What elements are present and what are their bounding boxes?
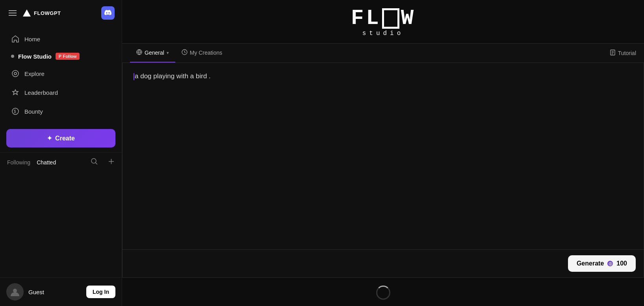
create-button-label: Create	[55, 135, 75, 142]
logo-area: FLOWGPT	[23, 9, 61, 17]
logo-text: FLOWGPT	[34, 10, 61, 16]
flow-studio-logo: FLW studio	[351, 8, 415, 37]
sidebar-item-leaderboard[interactable]: Leaderboard	[3, 83, 119, 101]
coin-icon: ⓪	[607, 260, 613, 267]
sidebar-item-explore-label: Explore	[24, 70, 45, 77]
discord-icon	[104, 9, 111, 17]
svg-point-0	[12, 70, 19, 77]
svg-line-5	[96, 163, 98, 165]
tabs-bar: General ▾ My Creations Tuto	[122, 43, 644, 63]
generate-button[interactable]: Generate ⓪ 100	[568, 255, 636, 272]
main-nav: Home Flow Studio P Follow Explore	[0, 26, 122, 124]
loading-spinner	[376, 286, 390, 300]
svg-text:$: $	[14, 109, 16, 114]
sidebar-item-bounty-label: Bounty	[24, 108, 43, 115]
main-content: FLW studio General ▾	[122, 0, 644, 306]
tab-general[interactable]: General ▾	[130, 44, 175, 63]
svg-point-8	[13, 289, 17, 293]
sidebar-top: FLOWGPT	[0, 0, 122, 26]
logo-flow-text: FLW	[351, 8, 415, 29]
sidebar-item-home-label: Home	[24, 36, 40, 42]
follow-badge-label: Follow	[63, 54, 77, 59]
sidebar-search-icon[interactable]	[91, 158, 98, 167]
tab-following[interactable]: Following	[7, 159, 30, 166]
logo-studio-text: studio	[351, 30, 415, 37]
prompt-area: a dog playing with a bird . Generate ⓪ 1…	[122, 63, 644, 278]
sidebar: FLOWGPT Home Flow Studio	[0, 0, 122, 306]
text-cursor	[134, 73, 134, 80]
avatar	[6, 283, 24, 300]
username-label: Guest	[28, 289, 44, 295]
sidebar-add-icon[interactable]	[108, 158, 115, 167]
tab-my-creations[interactable]: My Creations	[175, 44, 228, 63]
logo-triangle-icon	[23, 9, 31, 17]
svg-text:⓪: ⓪	[609, 262, 612, 266]
loading-area	[122, 278, 644, 306]
tab-my-creations-label: My Creations	[190, 50, 222, 56]
tutorial-button[interactable]: Tutorial	[610, 50, 636, 57]
svg-point-4	[91, 159, 96, 163]
sidebar-item-home[interactable]: Home	[3, 30, 119, 48]
follow-prefix-icon: P	[59, 54, 61, 59]
main-header: FLW studio	[122, 0, 644, 43]
sidebar-tabs: Following Chatted	[0, 152, 122, 171]
sidebar-item-explore[interactable]: Explore	[3, 65, 119, 83]
create-button[interactable]: ✦ Create	[6, 129, 115, 147]
bounty-icon: $	[11, 107, 20, 116]
discord-button[interactable]	[101, 6, 115, 20]
my-creations-tab-icon	[182, 49, 187, 56]
prompt-text: a dog playing with a bird .	[135, 72, 211, 80]
tab-chatted[interactable]: Chatted	[37, 159, 56, 166]
chevron-down-icon: ▾	[167, 50, 169, 55]
generate-label: Generate	[577, 260, 604, 267]
wand-icon: ✦	[47, 135, 52, 142]
prompt-input-area[interactable]: a dog playing with a bird .	[122, 63, 644, 249]
tab-general-label: General	[145, 50, 164, 56]
login-button[interactable]: Log In	[86, 286, 115, 298]
generate-cost: 100	[616, 260, 627, 267]
sidebar-item-flow-studio[interactable]: Flow Studio P Follow	[3, 49, 119, 64]
svg-point-1	[14, 72, 17, 75]
tutorial-book-icon	[610, 50, 616, 57]
hamburger-menu[interactable]	[7, 9, 18, 17]
tutorial-label: Tutorial	[618, 50, 636, 56]
explore-icon	[11, 69, 20, 78]
sidebar-user-area: Guest Log In	[0, 277, 122, 306]
sidebar-content-area	[0, 171, 122, 277]
prompt-bottom-bar: Generate ⓪ 100	[122, 249, 644, 277]
home-icon	[11, 35, 20, 43]
flow-studio-label: Flow Studio	[18, 53, 52, 60]
sidebar-item-bounty[interactable]: $ Bounty	[3, 102, 119, 120]
sidebar-item-leaderboard-label: Leaderboard	[24, 89, 58, 96]
general-tab-icon	[136, 49, 142, 56]
active-dot	[11, 55, 14, 58]
leaderboard-icon	[11, 88, 20, 97]
follow-badge[interactable]: P Follow	[56, 53, 80, 60]
